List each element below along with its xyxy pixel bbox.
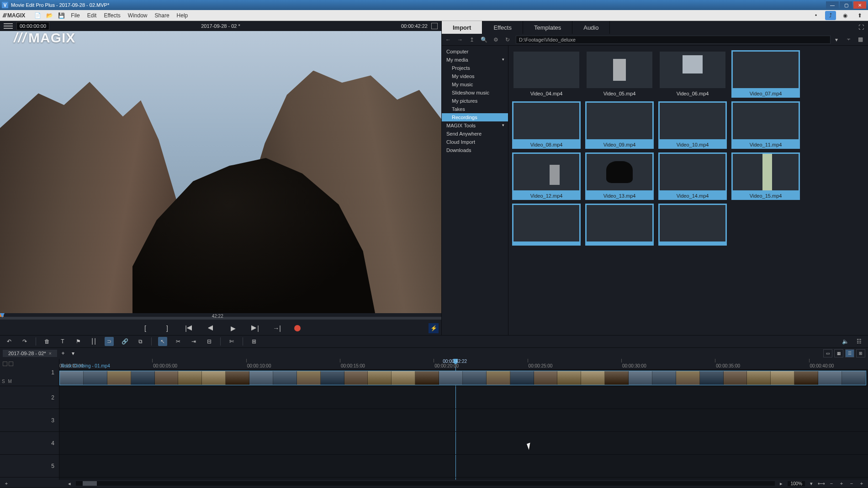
menu-window[interactable]: Window <box>124 12 151 19</box>
add-track-icon[interactable]: ⊞ <box>249 337 259 346</box>
insert-tool-icon[interactable]: ⇥ <box>189 337 198 346</box>
nav-back-icon[interactable]: ← <box>445 36 452 43</box>
tab-import[interactable]: Import <box>442 21 482 34</box>
zoom-in-v-icon[interactable]: + <box>858 480 865 487</box>
new-project-icon[interactable]: 📄 <box>33 11 42 20</box>
close-tab-icon[interactable]: × <box>49 351 52 356</box>
overwrite-tool-icon[interactable]: ⊟ <box>205 337 214 346</box>
tree-cloud-import[interactable]: Cloud Import <box>442 138 508 146</box>
track-header-2[interactable]: 2 <box>0 386 59 409</box>
preview-scrub-bar[interactable]: 42:22 <box>0 313 441 321</box>
panel-expand-icon[interactable]: ⛶ <box>857 23 865 31</box>
nav-up-icon[interactable]: ↥ <box>468 36 476 43</box>
tree-my-videos[interactable]: My videos <box>442 72 508 80</box>
go-start-icon[interactable]: |⯇ <box>185 324 194 333</box>
tree-takes[interactable]: Takes <box>442 105 508 113</box>
path-dropdown-icon[interactable]: ▾ <box>835 37 842 43</box>
gear-icon[interactable]: ⚙ <box>492 36 499 43</box>
zoom-dropdown-icon[interactable]: ▾ <box>808 480 815 487</box>
media-thumbnail[interactable] <box>512 204 581 246</box>
tree-downloads[interactable]: Downloads <box>442 146 508 154</box>
add-timeline-tab-icon[interactable]: + <box>59 349 67 357</box>
set-in-icon[interactable]: [ <box>141 324 150 333</box>
media-thumbnail[interactable]: Video_14.mp4 <box>658 152 727 200</box>
menu-effects[interactable]: Effects <box>100 12 124 19</box>
settings-dot-icon[interactable]: • <box>810 11 821 20</box>
media-thumbnail[interactable]: Video_08.mp4 <box>512 101 581 149</box>
title-icon[interactable]: T <box>58 337 67 346</box>
tab-templates[interactable]: Templates <box>523 21 572 34</box>
razor-icon[interactable]: ✄ <box>227 337 236 346</box>
tree-slideshow-music[interactable]: Slideshow music <box>442 89 508 97</box>
next-frame-icon[interactable]: ⯈| <box>250 324 259 333</box>
zoom-out-v-icon[interactable]: − <box>848 480 855 487</box>
tree-my-music[interactable]: My music <box>442 80 508 89</box>
ripple-icon[interactable]: ⊃ <box>105 337 114 346</box>
add-track-bottom-icon[interactable]: + <box>3 480 10 487</box>
search-icon[interactable]: 🔍 <box>480 36 487 43</box>
zoom-out-h-icon[interactable]: − <box>828 480 835 487</box>
play-icon[interactable]: ▶ <box>228 324 238 333</box>
media-thumbnail[interactable] <box>585 204 654 246</box>
media-thumbnail[interactable] <box>658 204 727 246</box>
media-thumbnail[interactable]: Video_13.mp4 <box>585 152 654 200</box>
track-lane-4[interactable] <box>59 432 868 455</box>
zoom-in-h-icon[interactable]: + <box>838 480 845 487</box>
tree-computer[interactable]: Computer <box>442 47 508 56</box>
pointer-tool-icon[interactable]: ↖ <box>158 337 167 346</box>
cut-tool-icon[interactable]: ✂ <box>174 337 183 346</box>
refresh-icon[interactable]: ↻ <box>504 36 511 43</box>
media-thumbnail[interactable]: Video_05.mp4 <box>585 50 654 98</box>
mute-icon[interactable]: 🔈 <box>841 337 850 346</box>
menu-file[interactable]: File <box>67 12 83 19</box>
quick-action-icon[interactable]: ⚡ <box>429 323 439 333</box>
video-clip[interactable] <box>59 371 866 385</box>
prev-frame-icon[interactable]: ⯇ <box>206 324 216 333</box>
timeline-project-tab[interactable]: 2017-09-28 - 02* × <box>3 350 57 357</box>
timeline-tab-dropdown-icon[interactable]: ▾ <box>69 349 77 357</box>
tree-magix-tools[interactable]: MAGIX Tools▾ <box>442 121 508 130</box>
nav-forward-icon[interactable]: → <box>456 36 464 43</box>
close-button[interactable]: ✕ <box>853 1 866 9</box>
horizontal-scrollbar[interactable] <box>76 481 775 486</box>
timeline-tracks[interactable]: 00:00:42:22 00:00:00:0000:00:05:0000:00:… <box>59 359 868 480</box>
group-icon[interactable]: ⧉ <box>136 337 145 346</box>
tree-recordings[interactable]: Recordings <box>442 113 508 121</box>
menu-share[interactable]: Share <box>151 12 173 19</box>
minimize-button[interactable]: — <box>826 1 839 9</box>
track-header-3[interactable]: 3 <box>0 409 59 432</box>
view-mode-4-icon[interactable]: ⊞ <box>856 349 865 357</box>
save-project-icon[interactable]: 💾 <box>57 11 65 20</box>
set-out-icon[interactable]: ] <box>163 324 172 333</box>
split-icon[interactable]: ⎮⎮ <box>89 337 98 346</box>
timecode-left[interactable]: 00:00:00:00 <box>16 22 49 30</box>
link-icon[interactable]: 🔗 <box>120 337 129 346</box>
undo-icon[interactable]: ↶ <box>5 337 14 346</box>
track-lane-1[interactable]: Rock Climbing - 01.mp4 <box>59 370 868 386</box>
mixer-icon[interactable]: ☷ <box>854 337 863 346</box>
track-sm-controls[interactable]: S M <box>2 379 13 384</box>
zoom-fit-icon[interactable]: ⟷ <box>818 480 825 487</box>
tab-audio[interactable]: Audio <box>572 21 610 34</box>
marker-icon[interactable]: ⚑ <box>74 337 83 346</box>
delete-icon[interactable]: 🗑 <box>42 337 52 346</box>
scroll-right-icon[interactable]: ▸ <box>778 480 785 487</box>
record-option-icon[interactable]: ◉ <box>840 11 851 20</box>
tree-my-pictures[interactable]: My pictures <box>442 97 508 105</box>
track-header-1[interactable]: 1 S M <box>0 359 59 386</box>
redo-icon[interactable]: ↷ <box>20 337 29 346</box>
media-thumbnail[interactable]: Video_12.mp4 <box>512 152 581 200</box>
tree-projects[interactable]: Projects <box>442 64 508 72</box>
maximize-button[interactable]: ▢ <box>840 1 852 9</box>
menu-edit[interactable]: Edit <box>84 12 101 19</box>
view-mode-3-icon[interactable]: ☰ <box>845 349 854 357</box>
media-thumbnail[interactable]: Video_06.mp4 <box>658 50 727 98</box>
media-thumbnail[interactable]: Video_11.mp4 <box>731 101 800 149</box>
grid-view-icon[interactable]: ▦ <box>858 36 865 43</box>
tree-send-anywhere[interactable]: Send Anywhere <box>442 130 508 138</box>
track-lane-3[interactable] <box>59 409 868 432</box>
menu-help[interactable]: Help <box>173 12 192 19</box>
view-mode-1-icon[interactable]: ▭ <box>823 349 832 357</box>
track-lane-5[interactable] <box>59 455 868 478</box>
scroll-left-icon[interactable]: ◂ <box>66 480 73 487</box>
